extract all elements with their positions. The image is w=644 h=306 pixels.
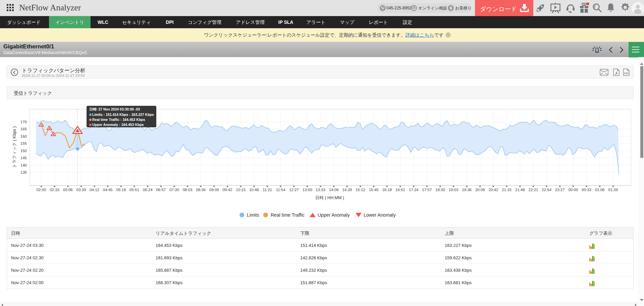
svg-text:09:42: 09:42	[223, 188, 232, 192]
svg-text:04:45: 04:45	[103, 188, 113, 192]
svg-text:165: 165	[20, 127, 27, 131]
svg-text:16:18: 16:18	[382, 188, 392, 192]
svg-text:09:09: 09:09	[209, 188, 219, 192]
svg-text:11:21: 11:21	[263, 188, 272, 192]
svg-text:Real time Traffic: Real time Traffic	[271, 212, 305, 218]
svg-text:20:09: 20:09	[475, 188, 485, 192]
svg-text:Upper Anomaly : 164.453 Kbps: Upper Anomaly : 164.453 Kbps	[92, 123, 144, 127]
svg-text:15:12: 15:12	[356, 188, 365, 192]
svg-text:01:06: 01:06	[595, 188, 605, 192]
svg-text:11:54: 11:54	[276, 188, 286, 192]
svg-text:08:36: 08:36	[196, 188, 206, 192]
svg-text:12:27: 12:27	[289, 188, 299, 192]
svg-text:08:03: 08:03	[183, 188, 193, 192]
svg-text:21:48: 21:48	[515, 188, 525, 192]
svg-text:Real time Traffic : 164.453 Kb: Real time Traffic : 164.453 Kbps	[92, 118, 145, 122]
svg-text:10:48: 10:48	[249, 188, 259, 192]
svg-text:05:18: 05:18	[116, 188, 126, 192]
svg-text:03:39: 03:39	[76, 188, 86, 192]
svg-text:02:00: 02:00	[37, 188, 46, 192]
svg-text:06:57: 06:57	[156, 188, 166, 192]
svg-text:14:06: 14:06	[329, 188, 339, 192]
svg-text:155: 155	[20, 141, 27, 145]
svg-text:Limits : 151.414 Kbps - 163.22: Limits : 151.414 Kbps - 163.227 Kbps	[92, 113, 154, 117]
svg-text:CSV: CSV	[624, 72, 629, 75]
svg-text:16:51: 16:51	[395, 188, 405, 192]
svg-text:Upper Anomaly: Upper Anomaly	[318, 212, 350, 218]
svg-text:04:12: 04:12	[90, 188, 99, 192]
svg-text:20:42: 20:42	[489, 188, 498, 192]
svg-text:10:15: 10:15	[236, 188, 246, 192]
svg-text:01:39: 01:39	[608, 188, 618, 192]
svg-text:135: 135	[20, 170, 27, 174]
svg-text:トラフィック ( Kbps ): トラフィック ( Kbps )	[12, 126, 17, 168]
svg-text:150: 150	[20, 149, 27, 153]
svg-text:19:03: 19:03	[449, 188, 459, 192]
svg-text:19:36: 19:36	[462, 188, 472, 192]
svg-text:160: 160	[20, 134, 27, 138]
svg-text:18:30: 18:30	[435, 188, 445, 192]
svg-text:02:33: 02:33	[50, 188, 59, 192]
svg-text:05:51: 05:51	[129, 188, 139, 192]
svg-text:日時 ( HH:MM ): 日時 ( HH:MM )	[315, 195, 344, 200]
svg-text:22:54: 22:54	[542, 188, 551, 192]
svg-text:145: 145	[20, 156, 27, 160]
svg-text:14:39: 14:39	[342, 188, 352, 192]
svg-text:17:24: 17:24	[409, 188, 419, 192]
svg-text:03:06: 03:06	[63, 188, 73, 192]
svg-text:日時: 27 Nov 2024 03:30:00 -03: 日時: 27 Nov 2024 03:30:00 -03	[89, 107, 140, 111]
svg-text:23:27: 23:27	[555, 188, 565, 192]
svg-text:15:45: 15:45	[369, 188, 379, 192]
svg-text:21:15: 21:15	[502, 188, 512, 192]
svg-text:13:33: 13:33	[316, 188, 325, 192]
svg-text:140: 140	[20, 163, 27, 167]
svg-text:00:00: 00:00	[568, 188, 578, 192]
svg-text:Lower Anomaly: Lower Anomaly	[364, 212, 396, 218]
svg-text:07:30: 07:30	[169, 188, 179, 192]
svg-text:06:24: 06:24	[143, 188, 153, 192]
svg-text:Limits: Limits	[247, 212, 259, 218]
svg-text:17:57: 17:57	[422, 188, 432, 192]
svg-text:13:00: 13:00	[303, 188, 312, 192]
svg-text:00:33: 00:33	[582, 188, 591, 192]
svg-text:22:21: 22:21	[529, 188, 538, 192]
svg-text:170: 170	[20, 120, 27, 124]
svg-text:$: $	[450, 6, 452, 10]
